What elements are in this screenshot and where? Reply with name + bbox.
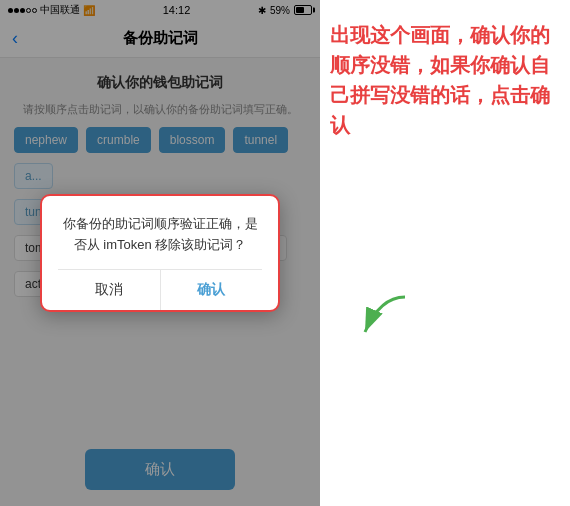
phone-panel: 中国联通 📶 14:12 ✱ 59% ‹ 备份助记词 确认你的钱包助记词 请按顺… <box>0 0 320 506</box>
arrow-icon <box>350 292 410 342</box>
annotation-text: 出现这个画面，确认你的顺序没错，如果你确认自己拼写没错的话，点击确认 <box>330 20 560 140</box>
arrow-container <box>350 292 410 346</box>
dialog-cancel-button[interactable]: 取消 <box>58 270 161 310</box>
dialog-buttons: 取消 确认 <box>58 269 262 310</box>
dialog-message: 你备份的助记词顺序验证正确，是否从 imToken 移除该助记词？ <box>58 214 262 256</box>
dialog-overlay: 你备份的助记词顺序验证正确，是否从 imToken 移除该助记词？ 取消 确认 <box>0 0 320 506</box>
dialog-ok-button[interactable]: 确认 <box>161 270 263 310</box>
dialog-box: 你备份的助记词顺序验证正确，是否从 imToken 移除该助记词？ 取消 确认 <box>40 194 280 313</box>
annotation-panel: 出现这个画面，确认你的顺序没错，如果你确认自己拼写没错的话，点击确认 <box>320 0 570 506</box>
